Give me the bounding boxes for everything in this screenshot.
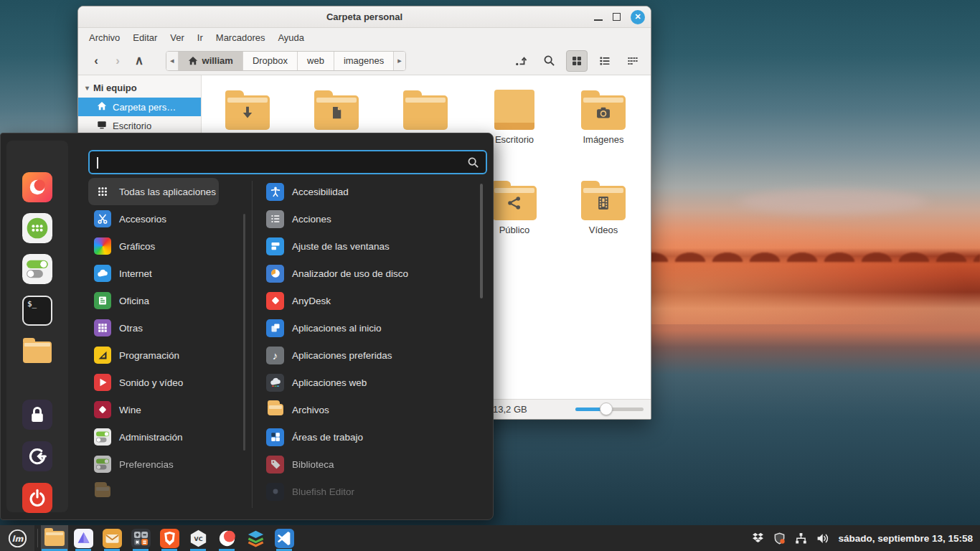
titlebar[interactable]: Carpeta personal ✕: [78, 6, 651, 28]
brave-icon: [160, 529, 179, 548]
category-wine[interactable]: Wine: [88, 396, 242, 423]
lock-icon: [28, 405, 47, 424]
category-accesorios[interactable]: Accesorios: [88, 205, 242, 232]
dropbox-icon[interactable]: [752, 532, 764, 545]
category-oficina[interactable]: Oficina: [88, 287, 242, 314]
maximize-button[interactable]: [613, 13, 621, 21]
category-folder-partial-icon[interactable]: [88, 478, 242, 505]
taskbar-app-mail-icon[interactable]: [98, 525, 126, 551]
breadcrumb-web[interactable]: web: [298, 52, 334, 70]
folder-partial-icon: [94, 483, 111, 500]
search-input[interactable]: [90, 156, 467, 168]
category-internet[interactable]: Internet: [88, 260, 242, 287]
shield-icon[interactable]: [773, 532, 786, 545]
search-icon[interactable]: [538, 50, 560, 72]
favorite-terminal-icon[interactable]: $_: [22, 296, 52, 326]
zoom-slider[interactable]: [575, 408, 644, 411]
files-folder-icon: [44, 531, 65, 546]
category-otras[interactable]: Otras: [88, 314, 242, 342]
sidebar-item-carpeta-pers[interactable]: Carpeta pers…: [78, 98, 201, 116]
breadcrumb-william[interactable]: william: [179, 52, 243, 70]
app-analizador-de-uso-de-disco[interactable]: Analizador de uso de disco: [260, 260, 473, 287]
category-label: Wine: [119, 405, 141, 415]
volume-icon[interactable]: [816, 532, 829, 545]
app-acciones[interactable]: Acciones: [260, 205, 473, 232]
compact-view-button[interactable]: [622, 50, 644, 72]
favorite-shutdown-power-icon[interactable]: [22, 483, 52, 513]
breadcrumb-label: william: [202, 55, 233, 66]
taskbar-app-veracrypt-icon[interactable]: VC: [184, 525, 212, 551]
menubar-item-archivo[interactable]: Archivo: [83, 30, 126, 45]
up-button[interactable]: ∧: [128, 53, 150, 68]
window-tiling-icon: [266, 237, 284, 255]
folder-share-icon: [507, 195, 522, 214]
grid-view-button[interactable]: [566, 50, 588, 72]
taskbar-app-brave-icon[interactable]: [156, 525, 183, 551]
clock[interactable]: sábado, septiembre 13, 15:58: [838, 533, 973, 544]
firefox-icon: [217, 529, 237, 548]
close-button[interactable]: ✕: [631, 10, 645, 24]
files-folder-icon: [266, 401, 284, 419]
app-archivos[interactable]: Archivos: [260, 396, 473, 423]
favorite-firefox-icon[interactable]: [22, 172, 52, 202]
category-preferencias[interactable]: Preferencias: [88, 451, 242, 478]
workspaces-icon: [266, 428, 284, 446]
app-aplicaciones-al-inicio[interactable]: Aplicaciones al inicio: [260, 314, 473, 342]
menubar-item-editar[interactable]: Editar: [126, 30, 164, 45]
app-aplicaciones-web[interactable]: Aplicaciones web: [260, 369, 473, 396]
file-item-label: Público: [499, 225, 530, 235]
folder-document-icon: [314, 95, 359, 130]
breadcrumb-dropbox[interactable]: Dropbox: [243, 52, 298, 70]
taskbar-app-firefox-icon[interactable]: [213, 525, 240, 551]
category-sonido-y-video[interactable]: Sonido y vídeo: [88, 369, 242, 396]
forward-button[interactable]: ›: [107, 54, 128, 68]
app-label: Biblioteca: [292, 459, 334, 470]
taskbar-app-vscode-icon[interactable]: [270, 525, 298, 551]
zoom-slider-handle[interactable]: [600, 402, 613, 415]
taskbar-app-files-folder-icon[interactable]: [41, 525, 68, 551]
taskbar-app-calculator-icon[interactable]: [127, 525, 154, 551]
taskbar-app-layers-icon[interactable]: [242, 525, 269, 551]
file-item-videos[interactable]: Vídeos: [559, 179, 648, 269]
favorite-logout-icon[interactable]: [22, 441, 52, 471]
app-ajuste-de-las-ventanas[interactable]: Ajuste de las ventanas: [260, 232, 473, 260]
app-anydesk[interactable]: AnyDesk: [260, 287, 473, 314]
taskbar-separator: [37, 529, 38, 547]
file-item-imagenes[interactable]: Imágenes: [559, 88, 648, 179]
app-aplicaciones-preferidas[interactable]: ♪Aplicaciones preferidas: [260, 342, 473, 369]
app-areas-de-trabajo[interactable]: Áreas de trabajo: [260, 423, 473, 451]
category-todas-las-aplicaciones[interactable]: Todas las aplicaciones: [88, 178, 219, 205]
scissors-icon: [94, 210, 111, 227]
app-biblioteca[interactable]: Biblioteca: [260, 451, 473, 478]
network-icon[interactable]: [795, 532, 807, 545]
favorite-settings-toggles-icon[interactable]: [22, 254, 52, 284]
categories-scrollbar[interactable]: [243, 214, 245, 451]
palette-icon: [94, 237, 111, 255]
back-button[interactable]: ‹: [85, 54, 107, 68]
edit-location-icon[interactable]: [510, 50, 532, 72]
breadcrumb-scroll-right[interactable]: ▸: [394, 52, 405, 70]
menubar-item-ayuda[interactable]: Ayuda: [271, 30, 311, 45]
menubar-item-marcadores[interactable]: Marcadores: [209, 30, 272, 45]
favorite-software-manager-icon[interactable]: [22, 213, 52, 243]
breadcrumb-imagenes[interactable]: imagenes: [334, 52, 394, 70]
menu-launcher-button[interactable]: lm: [0, 525, 34, 551]
category-administracion[interactable]: Administración: [88, 423, 242, 451]
category-label: Todas las aplicaciones: [119, 187, 216, 197]
category-programacion[interactable]: Programación: [88, 342, 242, 369]
apps-scrollbar[interactable]: [480, 184, 483, 298]
folder-camera-icon: [595, 105, 611, 123]
breadcrumb-scroll-left[interactable]: ◂: [166, 52, 179, 70]
minimize-button[interactable]: [594, 19, 603, 21]
sidebar-item-label: Escritorio: [113, 121, 151, 131]
menubar-item-ver[interactable]: Ver: [164, 30, 191, 45]
favorite-lock-icon[interactable]: [22, 400, 52, 430]
menubar-item-ir[interactable]: Ir: [191, 30, 209, 45]
app-accesibilidad[interactable]: Accesibilidad: [260, 178, 473, 205]
app-bluefish-editor[interactable]: Bluefish Editor: [260, 478, 473, 505]
sidebar-section[interactable]: ▾ Mi equipo: [78, 81, 201, 98]
category-graficos[interactable]: Gráficos: [88, 232, 242, 260]
list-view-button[interactable]: [594, 50, 616, 72]
taskbar-app-protonvpn-icon[interactable]: [70, 525, 97, 551]
favorite-files-folder-icon[interactable]: [22, 337, 52, 367]
